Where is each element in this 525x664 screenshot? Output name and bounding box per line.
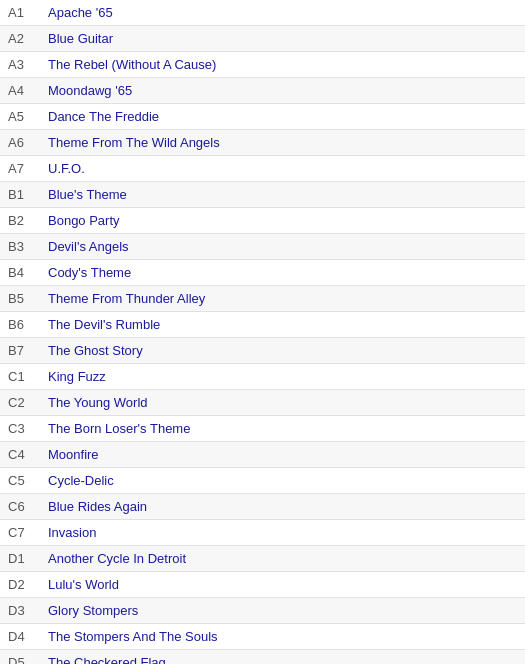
table-row: B6The Devil's Rumble	[0, 312, 525, 338]
table-row: C1King Fuzz	[0, 364, 525, 390]
track-title: Dance The Freddie	[40, 104, 525, 130]
table-row: A5Dance The Freddie	[0, 104, 525, 130]
track-id: C2	[0, 390, 40, 416]
track-id: D1	[0, 546, 40, 572]
track-title: U.F.O.	[40, 156, 525, 182]
track-id: C7	[0, 520, 40, 546]
track-id: B2	[0, 208, 40, 234]
track-id: A7	[0, 156, 40, 182]
table-row: A7U.F.O.	[0, 156, 525, 182]
track-title: Blue Rides Again	[40, 494, 525, 520]
table-row: B2Bongo Party	[0, 208, 525, 234]
track-id: A6	[0, 130, 40, 156]
table-row: A4Moondawg '65	[0, 78, 525, 104]
table-row: D4The Stompers And The Souls	[0, 624, 525, 650]
track-id: A4	[0, 78, 40, 104]
track-title: Cody's Theme	[40, 260, 525, 286]
track-id: C1	[0, 364, 40, 390]
track-title: King Fuzz	[40, 364, 525, 390]
track-id: D3	[0, 598, 40, 624]
track-id: A1	[0, 0, 40, 26]
table-row: D3Glory Stompers	[0, 598, 525, 624]
table-row: B3Devil's Angels	[0, 234, 525, 260]
table-row: B1Blue's Theme	[0, 182, 525, 208]
track-id: A5	[0, 104, 40, 130]
table-row: A2Blue Guitar	[0, 26, 525, 52]
track-id: C6	[0, 494, 40, 520]
table-row: D2Lulu's World	[0, 572, 525, 598]
track-title: The Stompers And The Souls	[40, 624, 525, 650]
track-id: B4	[0, 260, 40, 286]
table-row: B4Cody's Theme	[0, 260, 525, 286]
table-row: A6Theme From The Wild Angels	[0, 130, 525, 156]
track-id: D5	[0, 650, 40, 665]
table-row: C2The Young World	[0, 390, 525, 416]
track-id: C4	[0, 442, 40, 468]
table-row: C6Blue Rides Again	[0, 494, 525, 520]
track-title: Blue Guitar	[40, 26, 525, 52]
track-title: Another Cycle In Detroit	[40, 546, 525, 572]
table-row: D1Another Cycle In Detroit	[0, 546, 525, 572]
track-id: A2	[0, 26, 40, 52]
track-title: The Born Loser's Theme	[40, 416, 525, 442]
track-title: The Ghost Story	[40, 338, 525, 364]
track-id: C5	[0, 468, 40, 494]
track-title: Lulu's World	[40, 572, 525, 598]
track-title: The Rebel (Without A Cause)	[40, 52, 525, 78]
table-row: A1Apache '65	[0, 0, 525, 26]
track-title: Invasion	[40, 520, 525, 546]
track-id: B7	[0, 338, 40, 364]
track-id: B6	[0, 312, 40, 338]
table-row: C4Moonfire	[0, 442, 525, 468]
track-title: Cycle-Delic	[40, 468, 525, 494]
track-title: Glory Stompers	[40, 598, 525, 624]
table-row: D5The Checkered Flag	[0, 650, 525, 665]
table-row: C5Cycle-Delic	[0, 468, 525, 494]
track-title: The Devil's Rumble	[40, 312, 525, 338]
track-id: D4	[0, 624, 40, 650]
track-title: The Checkered Flag	[40, 650, 525, 665]
track-title: Moonfire	[40, 442, 525, 468]
track-title: The Young World	[40, 390, 525, 416]
track-title: Devil's Angels	[40, 234, 525, 260]
track-list: A1Apache '65A2Blue GuitarA3The Rebel (Wi…	[0, 0, 525, 664]
table-row: C7Invasion	[0, 520, 525, 546]
track-title: Apache '65	[40, 0, 525, 26]
track-id: B1	[0, 182, 40, 208]
track-title: Blue's Theme	[40, 182, 525, 208]
track-title: Theme From Thunder Alley	[40, 286, 525, 312]
table-row: B7The Ghost Story	[0, 338, 525, 364]
track-title: Theme From The Wild Angels	[40, 130, 525, 156]
table-row: A3The Rebel (Without A Cause)	[0, 52, 525, 78]
track-id: B5	[0, 286, 40, 312]
table-row: B5Theme From Thunder Alley	[0, 286, 525, 312]
track-title: Bongo Party	[40, 208, 525, 234]
track-title: Moondawg '65	[40, 78, 525, 104]
track-id: A3	[0, 52, 40, 78]
table-row: C3The Born Loser's Theme	[0, 416, 525, 442]
track-id: C3	[0, 416, 40, 442]
track-id: B3	[0, 234, 40, 260]
track-id: D2	[0, 572, 40, 598]
